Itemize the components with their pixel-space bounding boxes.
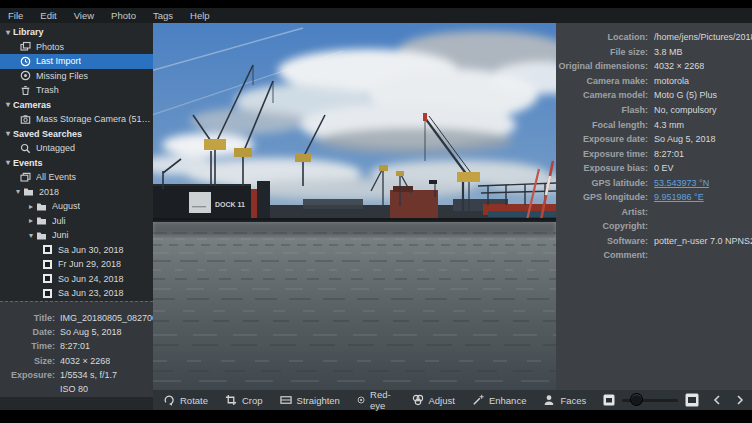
sidebar-item-untagged[interactable]: Untagged	[0, 141, 153, 156]
detail-row: GPS longitude:9.951986 °E	[556, 190, 752, 205]
sidebar-item-missing-files[interactable]: Missing Files	[0, 69, 153, 84]
detail-label: File size:	[556, 47, 648, 57]
chevron-down-icon[interactable]: ▾	[26, 231, 36, 240]
sidebar-item-event-jun23[interactable]: Sa Jun 23, 2018	[0, 286, 153, 301]
sidebar-item-event-jun29[interactable]: Fr Jun 29, 2018	[0, 257, 153, 272]
button-label: Rotate	[180, 395, 208, 406]
faces-button[interactable]: Faces	[543, 394, 586, 406]
menu-help[interactable]: Help	[190, 10, 210, 21]
detail-row: Software:potter_n-user 7.0 NPNS2...	[556, 234, 752, 249]
detail-row: Copyright:	[556, 219, 752, 234]
detail-label: Flash:	[556, 105, 648, 115]
chevron-down-icon[interactable]: ▾	[3, 158, 13, 167]
next-photo-button[interactable]	[735, 394, 745, 406]
last-import-icon	[20, 56, 31, 67]
chevron-down-icon[interactable]: ▾	[3, 129, 13, 138]
sidebar-section-cameras[interactable]: ▾ Cameras	[0, 98, 153, 113]
detail-label: Camera make:	[556, 76, 648, 86]
previous-photo-button[interactable]	[712, 394, 722, 406]
info-value: 8:27:01	[60, 341, 90, 351]
detail-value: No, compulsory	[654, 105, 717, 115]
sidebar-item-trash[interactable]: Trash	[0, 83, 153, 98]
sidebar-item-august[interactable]: ▸ August	[0, 199, 153, 214]
extended-info-panel: Location:/home/jens/Pictures/2018... Fil…	[556, 23, 752, 390]
sidebar-section-library[interactable]: ▾ Library	[0, 25, 153, 40]
detail-row: Camera model:Moto G (5) Plus	[556, 88, 752, 103]
info-row: Title: IMG_20180805_0827009...	[0, 311, 153, 325]
event-icon	[42, 259, 53, 270]
gps-longitude-link[interactable]: 9.951986 °E	[654, 192, 704, 202]
photo-viewer[interactable]: DOCK 11	[153, 23, 556, 390]
detail-label: Exposure bias:	[556, 163, 648, 173]
sidebar-section-events[interactable]: ▾ Events	[0, 156, 153, 171]
crop-button[interactable]: Crop	[225, 394, 263, 406]
faces-icon	[543, 394, 555, 406]
info-label: Date:	[0, 327, 55, 337]
section-label: Saved Searches	[13, 129, 82, 139]
zoom-out-photo-icon[interactable]	[603, 394, 615, 406]
chevron-right-icon[interactable]: ▸	[26, 216, 36, 225]
basic-info-panel: Title: IMG_20180805_0827009... Date: So …	[0, 301, 153, 397]
menu-edit[interactable]: Edit	[40, 10, 56, 21]
missing-files-icon	[20, 70, 31, 81]
menu-tags[interactable]: Tags	[153, 10, 173, 21]
section-label: Cameras	[13, 100, 51, 110]
sidebar-item-mass-storage-camera[interactable]: Mass Storage Camera (510 M...	[0, 112, 153, 127]
sidebar-item-event-jun30[interactable]: Sa Jun 30, 2018	[0, 243, 153, 258]
enhance-button[interactable]: Enhance	[472, 394, 527, 406]
detail-value: 3.8 MB	[654, 47, 683, 57]
chevron-right-icon[interactable]: ▸	[26, 202, 36, 211]
chevron-down-icon[interactable]: ▾	[13, 187, 23, 196]
sidebar-item-last-import[interactable]: Last Import	[0, 54, 153, 69]
menu-file[interactable]: File	[8, 10, 23, 21]
detail-label: Artist:	[556, 207, 648, 217]
rotate-button[interactable]: Rotate	[163, 394, 208, 406]
chevron-down-icon[interactable]: ▾	[3, 28, 13, 37]
straighten-button[interactable]: Straighten	[280, 394, 340, 406]
chevron-down-icon[interactable]: ▾	[3, 100, 13, 109]
zoom-in-photo-icon[interactable]	[685, 393, 699, 407]
photos-icon	[20, 41, 31, 52]
sidebar-tree: ▾ Library Photos Last Import Missing	[0, 23, 153, 315]
sidebar-item-label: All Events	[36, 172, 76, 182]
menu-view[interactable]: View	[74, 10, 94, 21]
sidebar-item-all-events[interactable]: All Events	[0, 170, 153, 185]
sidebar-item-juni[interactable]: ▾ Juni	[0, 228, 153, 243]
detail-label: Copyright:	[556, 221, 648, 231]
dock-sign-text: DOCK 11	[215, 201, 245, 208]
info-row: Time: 8:27:01	[0, 339, 153, 353]
button-label: Straighten	[297, 395, 340, 406]
sidebar-item-label: So Jun 24, 2018	[58, 274, 124, 284]
button-label: Adjust	[429, 395, 455, 406]
section-label: Events	[13, 158, 43, 168]
section-label: Library	[13, 27, 44, 37]
sidebar-item-event-jun24[interactable]: So Jun 24, 2018	[0, 272, 153, 287]
sidebar-item-label: Juni	[52, 230, 69, 240]
zoom-slider-handle[interactable]	[630, 393, 643, 406]
sidebar-section-saved-searches[interactable]: ▾ Saved Searches	[0, 127, 153, 142]
info-label: Title:	[0, 313, 55, 323]
red-eye-icon	[357, 394, 365, 406]
straighten-icon	[280, 394, 292, 406]
detail-row: Exposure bias:0 EV	[556, 161, 752, 176]
zoom-slider[interactable]	[622, 393, 678, 407]
red-eye-button[interactable]: Red-eye	[357, 389, 395, 411]
sidebar-item-2018[interactable]: ▾ 2018	[0, 185, 153, 200]
sidebar-item-juli[interactable]: ▸ Juli	[0, 214, 153, 229]
adjust-button[interactable]: Adjust	[412, 394, 455, 406]
trash-icon	[20, 85, 31, 96]
shotwell-window: File Edit View Photo Tags Help ▾ Library…	[0, 0, 752, 423]
gps-latitude-link[interactable]: 53.543973 °N	[654, 178, 709, 188]
detail-row: File size:3.8 MB	[556, 45, 752, 60]
menu-photo[interactable]: Photo	[111, 10, 136, 21]
detail-value: 0 EV	[654, 163, 674, 173]
button-label: Enhance	[489, 395, 527, 406]
sidebar-item-label: August	[52, 201, 80, 211]
sidebar-item-photos[interactable]: Photos	[0, 40, 153, 55]
sidebar: ▾ Library Photos Last Import Missing	[0, 23, 153, 410]
detail-row: Camera make:motorola	[556, 74, 752, 89]
detail-value: 4032 × 2268	[654, 61, 704, 71]
info-row: Size: 4032 × 2268	[0, 354, 153, 368]
detail-row: Artist:	[556, 205, 752, 220]
folder-icon	[36, 215, 47, 226]
